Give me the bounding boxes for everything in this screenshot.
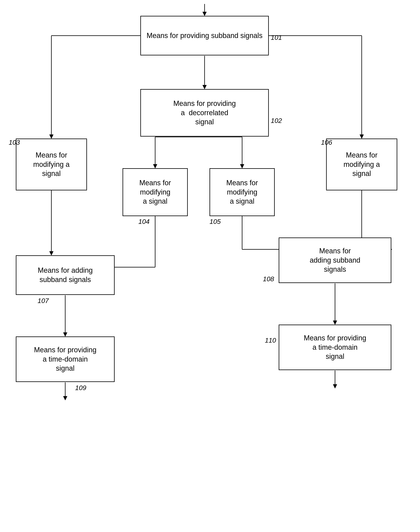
ref-108: 108 [263,275,274,283]
ref-105: 105 [210,218,221,226]
box-103-label: Means formodifying asignal [33,151,70,178]
box-102-label: Means for providinga decorrelatedsignal [173,99,236,127]
ref-101: 101 [271,34,282,41]
ref-104: 104 [138,218,150,226]
box-102: Means for providinga decorrelatedsignal [140,89,269,137]
diagram: Means for providing subband signals 101 … [0,0,420,532]
svg-marker-33 [63,396,67,400]
box-108: Means foradding subbandsignals [279,238,391,283]
box-109: Means for providinga time-domainsignal [16,337,115,382]
ref-103: 103 [9,139,20,146]
box-104: Means formodifyinga signal [122,168,188,216]
svg-marker-31 [333,321,337,324]
box-101-label: Means for providing subband signals [147,31,262,40]
svg-marker-35 [333,384,337,388]
box-110: Means for providinga time-domainsignal [279,324,391,370]
ref-107: 107 [38,297,49,305]
ref-110: 110 [265,337,276,344]
svg-marker-6 [49,135,53,139]
box-104-label: Means formodifyinga signal [139,178,171,206]
svg-marker-1 [203,12,207,16]
box-101: Means for providing subband signals [140,16,269,55]
svg-marker-29 [63,333,67,337]
box-106-label: Means formodifying asignal [344,151,380,178]
box-105-label: Means formodifyinga signal [226,178,258,206]
box-107-label: Means for addingsubband signals [38,266,93,284]
box-103: Means formodifying asignal [16,139,87,190]
svg-marker-3 [203,85,207,89]
box-110-label: Means for providinga time-domainsignal [304,334,366,361]
ref-106: 106 [321,139,332,146]
box-105: Means formodifyinga signal [210,168,275,216]
svg-marker-9 [360,135,364,139]
box-108-label: Means foradding subbandsignals [310,246,360,274]
box-107: Means for addingsubband signals [16,255,115,295]
ref-102: 102 [271,117,282,125]
box-109-label: Means for providinga time-domainsignal [34,345,96,373]
ref-109: 109 [75,384,86,392]
svg-marker-17 [49,251,53,255]
svg-marker-13 [240,164,244,168]
box-106: Means formodifying asignal [326,139,397,190]
svg-marker-11 [153,164,157,168]
